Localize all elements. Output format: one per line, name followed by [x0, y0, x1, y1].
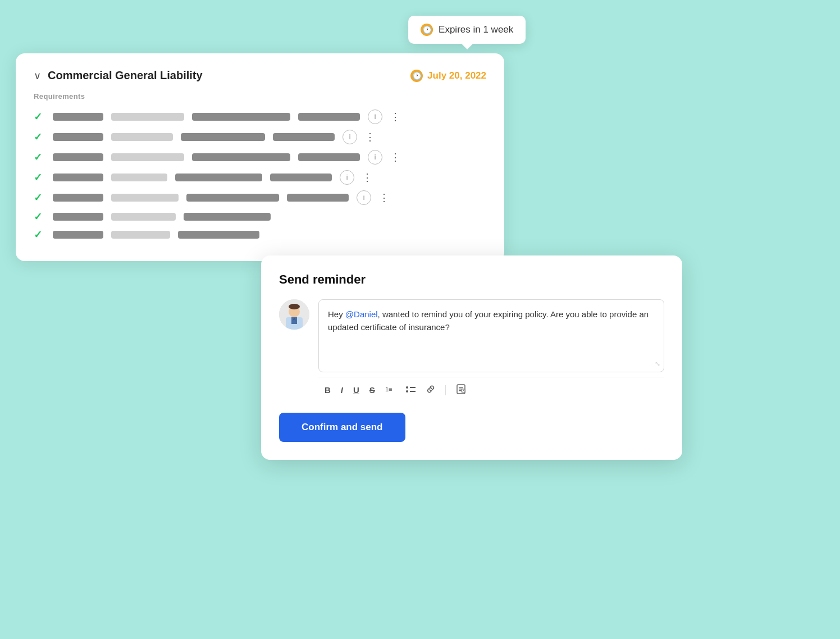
bar-cell [184, 213, 271, 221]
bar-cell [270, 174, 332, 181]
avatar [279, 299, 309, 330]
check-icon: ✓ [34, 229, 45, 241]
liability-card: ∨ Commercial General Liability July 20, … [16, 53, 504, 261]
resize-handle: ⤡ [655, 359, 660, 369]
requirements-table: ✓ i ⋮ ✓ i ⋮ ✓ i ⋮ [34, 109, 486, 241]
bullet-list-button[interactable] [401, 382, 419, 398]
card-title: Commercial General Liability [48, 69, 203, 82]
table-row: ✓ i ⋮ [34, 150, 486, 165]
section-label: Requirements [34, 92, 486, 101]
check-icon: ✓ [34, 111, 45, 123]
info-button[interactable]: i [343, 130, 357, 144]
more-button[interactable]: ⋮ [365, 131, 376, 143]
check-icon: ✓ [34, 191, 45, 204]
check-icon: ✓ [34, 171, 45, 184]
link-button[interactable] [422, 382, 440, 398]
chevron-icon[interactable]: ∨ [34, 70, 41, 82]
message-prefix: Hey [328, 309, 345, 319]
expiry-clock-icon [410, 70, 423, 82]
message-toolbar: B I U S 1≡ [318, 377, 664, 400]
table-row: ✓ [34, 211, 486, 223]
bold-button[interactable]: B [321, 383, 335, 397]
confirm-send-button[interactable]: Confirm and send [279, 413, 405, 442]
check-icon: ✓ [34, 211, 45, 223]
more-button[interactable]: ⋮ [379, 191, 390, 204]
bar-cell [287, 194, 349, 202]
expiry-tooltip: Expires in 1 week [408, 16, 526, 44]
bar-cell [178, 231, 259, 239]
table-row: ✓ i ⋮ [34, 190, 486, 205]
check-icon: ✓ [34, 131, 45, 143]
bar-cell [111, 153, 184, 161]
table-row: ✓ [34, 229, 486, 241]
bar-cell [111, 174, 167, 181]
clock-icon [421, 24, 433, 36]
bar-cell [298, 153, 360, 161]
svg-rect-14 [459, 390, 462, 391]
ordered-list-button[interactable]: 1≡ [381, 382, 399, 398]
info-button[interactable]: i [340, 170, 354, 185]
bar-cell [53, 213, 103, 221]
bar-cell [53, 133, 103, 141]
card-title-row: ∨ Commercial General Liability [34, 69, 203, 82]
check-icon: ✓ [34, 151, 45, 163]
attachment-button[interactable] [451, 382, 471, 398]
table-row: ✓ i ⋮ [34, 170, 486, 185]
message-area: Hey @Daniel, wanted to remind you of you… [318, 299, 664, 400]
card-header: ∨ Commercial General Liability July 20, … [34, 69, 486, 82]
reminder-body: Hey @Daniel, wanted to remind you of you… [279, 299, 664, 400]
svg-point-9 [406, 390, 408, 392]
expiry-date: July 20, 2022 [427, 70, 486, 81]
tooltip-text: Expires in 1 week [439, 24, 513, 35]
svg-rect-8 [410, 387, 416, 388]
bar-cell [53, 194, 103, 202]
more-button[interactable]: ⋮ [390, 111, 401, 123]
bar-cell [192, 153, 290, 161]
svg-point-7 [406, 386, 408, 389]
bar-cell [111, 113, 184, 121]
underline-button[interactable]: U [349, 383, 363, 397]
bar-cell [192, 113, 290, 121]
svg-point-5 [289, 304, 300, 309]
info-button[interactable]: i [357, 190, 371, 205]
bar-cell [53, 153, 103, 161]
expiry-badge: July 20, 2022 [410, 70, 486, 82]
bar-cell [111, 133, 173, 141]
toolbar-divider [445, 385, 446, 395]
reminder-title: Send reminder [279, 272, 664, 287]
bar-cell [298, 113, 360, 121]
table-row: ✓ i ⋮ [34, 109, 486, 124]
svg-rect-12 [459, 387, 463, 388]
italic-button[interactable]: I [337, 383, 347, 397]
svg-text:1≡: 1≡ [385, 386, 392, 392]
bar-cell [175, 174, 262, 181]
bar-cell [186, 194, 279, 202]
bar-cell [111, 213, 176, 221]
table-row: ✓ i ⋮ [34, 130, 486, 144]
send-reminder-card: Send reminder Hey @Daniel, wanted to rem… [261, 255, 682, 460]
bar-cell [53, 174, 103, 181]
message-box[interactable]: Hey @Daniel, wanted to remind you of you… [318, 299, 664, 372]
mention: @Daniel [345, 309, 378, 319]
info-button[interactable]: i [368, 109, 382, 124]
bar-cell [53, 113, 103, 121]
svg-rect-10 [410, 391, 416, 392]
info-button[interactable]: i [368, 150, 382, 165]
strikethrough-button[interactable]: S [366, 383, 379, 397]
bar-cell [273, 133, 335, 141]
bar-cell [111, 231, 170, 239]
bar-cell [111, 194, 179, 202]
more-button[interactable]: ⋮ [390, 151, 401, 163]
more-button[interactable]: ⋮ [362, 171, 373, 184]
bar-cell [181, 133, 265, 141]
bar-cell [53, 231, 103, 239]
